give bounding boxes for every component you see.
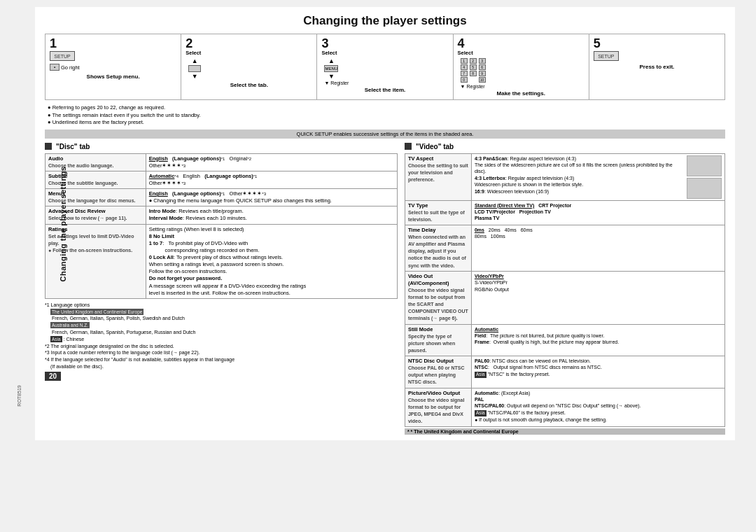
picture-video-value: Automatic: (Except Asia) PAL NTSC/PAL60:… <box>471 388 724 427</box>
tv-type-value: Standard (Direct View TV) CRT Projector … <box>471 200 724 225</box>
disc-settings-table: AudioChoose the audio language. English … <box>45 153 398 299</box>
subtitle-value: Automatic*4 English (Language options)*1… <box>146 171 397 188</box>
tv-type-row: TV Type Select to suit the type of telev… <box>405 200 724 225</box>
nav-arrows-2: ▲ ▼ <box>188 57 201 80</box>
step-4-select: Select <box>458 50 473 56</box>
step-5-label: Press to exit. <box>594 64 720 70</box>
step-4-label: Make the settings. <box>458 90 584 97</box>
tv-aspect-label: TV Aspect Choose the setting to suit you… <box>405 153 471 200</box>
go-right-label: Go right <box>61 64 80 71</box>
setup-icon-1: SETUP <box>50 51 75 61</box>
footnotes: *1 Language options The United Kingdom a… <box>45 302 398 370</box>
step-3: 3 Select ▲ MENU ▼ ▼ Register Select the … <box>317 34 453 99</box>
tv-aspect-row: TV Aspect Choose the setting to suit you… <box>405 153 724 200</box>
tv-aspect-img-2 <box>687 178 722 199</box>
register-label-3: ▼ Register <box>324 80 349 85</box>
tv-aspect-value: 4:3 Pan&Scan: Regular aspect television … <box>471 153 724 200</box>
step-1: 1 SETUP ▪ Go right Shows Setup menu. <box>46 34 181 99</box>
fn-4: *4 If the language selected for "Audio" … <box>45 356 398 363</box>
step-4: 4 Select 1 2 3 4 5 6 7 8 9 0 10 ▼ Regist… <box>454 34 589 99</box>
subtitle-row: SubtitleChoose the subtitle language. Au… <box>46 171 398 188</box>
step-3-label: Select the item. <box>321 87 448 93</box>
two-col-layout: "Disc" tab AudioChoose the audio languag… <box>45 143 725 435</box>
side-label: Changing the player settings <box>59 166 67 281</box>
fn-1: *1 Language options <box>45 302 398 309</box>
advanced-disc-value: Intro Mode: Reviews each title/program. … <box>146 206 397 224</box>
still-mode-label: Still Mode Specify the type of picture s… <box>405 324 471 356</box>
steps-row: 1 SETUP ▪ Go right Shows Setup menu. 2 S… <box>45 34 725 100</box>
still-mode-value: Automatic Field: The picture is not blur… <box>471 324 724 356</box>
fn-aus-tag: Australia and N.Z. <box>50 322 398 329</box>
setup-icon-5: SETUP <box>594 51 619 61</box>
step-1-label: Shows Setup menu. <box>50 74 176 80</box>
step-3-select: Select <box>321 50 337 56</box>
page-number: 20 <box>45 372 61 381</box>
ntsc-disc-value: PAL60: NTSC discs can be viewed on PAL t… <box>471 356 724 388</box>
step-5: 5 SETUP Press to exit. <box>589 34 724 99</box>
disc-icon <box>45 143 52 150</box>
step-2: 2 Select ▲ ▼ Select the tab. <box>181 34 317 99</box>
video-settings-table: TV Aspect Choose the setting to suit you… <box>405 153 725 428</box>
audio-value: English (Language options)*1 Original*2 … <box>146 153 397 171</box>
tv-type-label: TV Type Select to suit the type of telev… <box>405 200 471 225</box>
advanced-disc-review-row: Advanced Disc ReviewSelect how to review… <box>46 206 398 224</box>
quick-setup-bar: QUICK SETUP enables successive settings … <box>45 130 725 139</box>
notes-section: ● Referring to pages 20 to 22, change as… <box>45 104 725 127</box>
step-2-select: Select <box>186 50 201 56</box>
page-title: Changing the player settings <box>45 14 725 28</box>
disc-tab-section: "Disc" tab AudioChoose the audio languag… <box>45 143 398 435</box>
video-icon <box>405 143 412 150</box>
time-delay-label: Time Delay When connected with an AV amp… <box>405 225 471 271</box>
fn-3: *3 Input a code number referring to the … <box>45 349 398 356</box>
note-2: ● The settings remain intact even if you… <box>48 112 725 120</box>
fn-4b: (If available on the disc). <box>50 363 398 370</box>
note-3: ● Underlined items are the factory prese… <box>48 119 725 127</box>
fn-aus-langs: French, German, Italian, Spanish, Portug… <box>52 329 398 336</box>
menus-row: MenusChoose the language for disc menus.… <box>46 189 398 206</box>
step-2-label: Select the tab. <box>186 82 312 88</box>
audio-row: AudioChoose the audio language. English … <box>46 153 398 171</box>
picture-video-label: Picture/Video Output Choose the video si… <box>405 388 471 427</box>
video-tab-header: "Video" tab <box>405 143 725 150</box>
ratings-value: Setting ratings (When level 8 is selecte… <box>146 224 397 298</box>
fn-asia-tag: Asia : Chinese <box>50 336 398 343</box>
product-code: ROT8519 <box>17 385 22 406</box>
video-out-row: Video Out (AV/Component) Choose the vide… <box>405 271 724 324</box>
ntsc-disc-label: NTSC Disc Output Choose PAL 60 or NTSC o… <box>405 356 471 388</box>
tv-aspect-img-1 <box>687 155 722 176</box>
still-mode-row: Still Mode Specify the type of picture s… <box>405 324 724 356</box>
video-out-label: Video Out (AV/Component) Choose the vide… <box>405 271 471 324</box>
ratings-row: Ratings Set a ratings level to limit DVD… <box>46 224 398 298</box>
remote-icon-1: ▪ <box>50 64 59 71</box>
register-label-4: ▼ Register <box>461 84 485 89</box>
video-out-value: Video/YPbPr S-Video/YPbPr RGB/No Output <box>471 271 724 324</box>
footer-bar: * * The United Kingdom and Continental E… <box>405 428 725 435</box>
menu-icon-3: MENU <box>324 65 338 72</box>
disc-tab-header: "Disc" tab <box>45 143 398 150</box>
fn-2: *2 The original language designated on t… <box>45 343 398 350</box>
ntsc-disc-row: NTSC Disc Output Choose PAL 60 or NTSC o… <box>405 356 724 388</box>
picture-video-row: Picture/Video Output Choose the video si… <box>405 388 724 427</box>
nav-arrows-3: ▲ MENU ▼ <box>324 57 338 80</box>
fn-uk-tag: The United Kingdom and Continental Europ… <box>50 309 398 316</box>
main-content: Changing the player settings ROT8519 Cha… <box>35 7 735 440</box>
fn-uk-langs: French, German, Italian, Spanish, Polish… <box>52 315 398 322</box>
time-delay-row: Time Delay When connected with an AV amp… <box>405 225 724 271</box>
numpad-icon: 1 2 3 4 5 6 7 8 9 0 10 <box>461 58 487 83</box>
video-tab-section: "Video" tab TV Aspect Choose the setting… <box>405 143 725 435</box>
time-delay-value: 0ms 20ms 40ms 60ms 80ms 100ms <box>471 225 724 271</box>
nav-icon-2 <box>188 65 201 72</box>
note-1: ● Referring to pages 20 to 22, change as… <box>48 104 725 112</box>
page-number-bar: 20 <box>45 372 398 381</box>
menus-value: English (Language options)*1 Other✶✶✶✶*3… <box>146 189 397 206</box>
